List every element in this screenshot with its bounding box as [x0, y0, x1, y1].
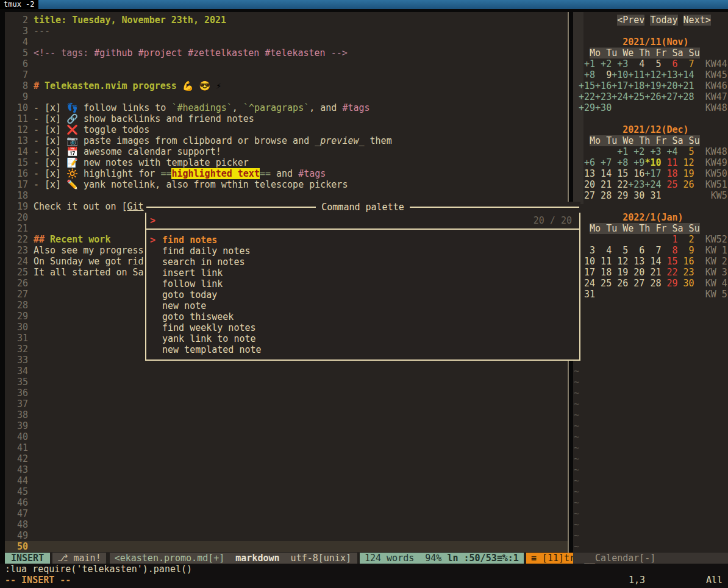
calendar-day[interactable]: 18 [661, 168, 677, 179]
editor-line[interactable]: 37 [5, 398, 569, 409]
calendar-day[interactable]: 30 [628, 190, 644, 201]
prev-button[interactable]: <Prev [617, 15, 644, 26]
editor-line[interactable]: 36 [5, 388, 569, 398]
calendar-day[interactable]: 21 [644, 267, 661, 278]
editor-line[interactable]: 18 [5, 190, 569, 201]
calendar-day[interactable]: 15 [612, 168, 628, 179]
calendar-day[interactable]: +13 [661, 69, 677, 80]
editor-line[interactable]: 50 [5, 541, 569, 552]
editor-line[interactable]: 12- [x] ❌ toggle todos [5, 124, 569, 135]
calendar-day[interactable]: 12 [678, 157, 694, 168]
editor-line[interactable]: 35 [5, 377, 569, 388]
editor-line[interactable]: 16- [x] 🔆 highlight for ==highlighted te… [5, 168, 569, 179]
calendar-day[interactable]: 27 [579, 190, 595, 201]
calendar-day[interactable]: 16 [678, 256, 694, 267]
next-button[interactable]: Next> [683, 15, 711, 26]
palette-item[interactable]: find weekly notes [146, 322, 579, 333]
palette-item[interactable]: goto today [146, 289, 579, 300]
palette-item[interactable]: new note [146, 300, 579, 311]
editor-line[interactable]: 13- [x] 📷 paste images from clipboard or… [5, 135, 569, 146]
calendar-day[interactable]: 28 [595, 190, 612, 201]
calendar-day[interactable]: 4 [595, 245, 612, 256]
calendar-day[interactable]: *10 [644, 157, 661, 168]
calendar-day[interactable]: +23 [628, 179, 644, 190]
editor-line[interactable]: 42 [5, 453, 569, 464]
calendar-day[interactable]: +2 [628, 146, 644, 157]
calendar-day[interactable]: +9 [628, 157, 644, 168]
calendar-day[interactable]: +7 [595, 157, 612, 168]
calendar-day[interactable]: 31 [644, 190, 661, 201]
palette-item[interactable]: search in notes [146, 257, 579, 267]
calendar-day[interactable]: +24 [612, 91, 628, 102]
editor-line[interactable]: 8# Telekasten.nvim progress 💪 😎 ⚡ [5, 80, 569, 91]
calendar-day[interactable]: 31 [579, 289, 595, 300]
calendar-day[interactable]: +26 [644, 91, 661, 102]
calendar-day[interactable]: +24 [644, 179, 661, 190]
editor-line[interactable]: 17- [x] ✏️ yank notelink, also from wthi… [5, 179, 569, 190]
calendar-day[interactable]: 30 [678, 278, 694, 289]
editor-line[interactable]: 4 [5, 37, 569, 48]
calendar-day[interactable]: 25 [661, 179, 677, 190]
calendar-day[interactable]: 7 [678, 58, 694, 69]
calendar-day[interactable]: +11 [628, 69, 644, 80]
calendar-day[interactable]: 27 [628, 278, 644, 289]
calendar-day[interactable]: 7 [644, 245, 661, 256]
calendar-day[interactable]: 21 [595, 179, 612, 190]
calendar-day[interactable]: 22 [661, 267, 677, 278]
calendar-day[interactable]: +17 [612, 80, 628, 91]
calendar-day[interactable]: 2 [678, 234, 694, 245]
calendar-day[interactable]: 20 [628, 267, 644, 278]
calendar-day[interactable]: +29 [579, 102, 595, 113]
calendar-day[interactable]: +1 [579, 58, 595, 69]
calendar-day[interactable]: 17 [579, 267, 595, 278]
calendar-day[interactable]: +16 [595, 80, 612, 91]
calendar-day[interactable]: 22 [612, 179, 628, 190]
calendar-day[interactable]: 26 [678, 179, 694, 190]
calendar-day[interactable]: 10 [579, 256, 595, 267]
palette-item[interactable]: follow link [146, 278, 579, 289]
calendar-day[interactable]: +4 [661, 146, 677, 157]
editor-line[interactable]: 39 [5, 420, 569, 431]
calendar-day[interactable]: +8 [612, 157, 628, 168]
calendar-day[interactable]: 20 [579, 179, 595, 190]
calendar-day[interactable]: 11 [595, 256, 612, 267]
palette-item[interactable]: new templated note [146, 344, 579, 355]
editor-line[interactable]: 6 [5, 58, 569, 69]
editor-line[interactable]: 11- [x] 🔗 show backlinks and friend note… [5, 113, 569, 124]
calendar-day[interactable]: 28 [644, 278, 661, 289]
calendar-day[interactable]: 6 [661, 58, 677, 69]
calendar-day[interactable]: 18 [595, 267, 612, 278]
editor-line[interactable]: 49 [5, 530, 569, 541]
palette-prompt-row[interactable]: > 20 / 20 [145, 213, 580, 228]
calendar-day[interactable]: +1 [612, 146, 628, 157]
calendar-day[interactable]: 4 [628, 58, 644, 69]
calendar-day[interactable]: 9 [678, 245, 694, 256]
palette-item[interactable]: yank link to note [146, 333, 579, 344]
calendar-day[interactable]: +25 [628, 91, 644, 102]
calendar-day[interactable]: 29 [612, 190, 628, 201]
calendar-day[interactable]: 12 [612, 256, 628, 267]
palette-item[interactable]: goto thisweek [146, 311, 579, 322]
editor-line[interactable]: 48 [5, 519, 569, 530]
calendar-day[interactable]: +3 [644, 146, 661, 157]
calendar-day[interactable]: 15 [661, 256, 677, 267]
calendar-day[interactable]: 24 [579, 278, 595, 289]
calendar-day[interactable]: +15 [579, 80, 595, 91]
calendar-day[interactable]: 25 [595, 278, 612, 289]
calendar-day[interactable]: +18 [628, 80, 644, 91]
calendar-day[interactable]: 14 [595, 168, 612, 179]
editor-line[interactable]: 15- [x] 📝 new notes with template picker [5, 157, 569, 168]
editor-line[interactable]: 44 [5, 475, 569, 486]
calendar-day[interactable]: 3 [579, 245, 595, 256]
calendar-day[interactable]: 8 [661, 245, 677, 256]
calendar-day[interactable]: +17 [644, 168, 661, 179]
calendar-day[interactable]: 23 [678, 267, 694, 278]
editor-line[interactable]: 9 [5, 91, 569, 102]
calendar-day[interactable]: +3 [612, 58, 628, 69]
calendar-day[interactable]: +28 [678, 91, 694, 102]
calendar-day[interactable]: +12 [644, 69, 661, 80]
calendar-day[interactable]: 19 [678, 168, 694, 179]
command-line[interactable]: :lua require('telekasten').panel() [5, 564, 192, 575]
editor-line[interactable]: 2title: Tuesday, November 23th, 2021 [5, 15, 569, 26]
calendar-day[interactable]: +10 [612, 69, 628, 80]
